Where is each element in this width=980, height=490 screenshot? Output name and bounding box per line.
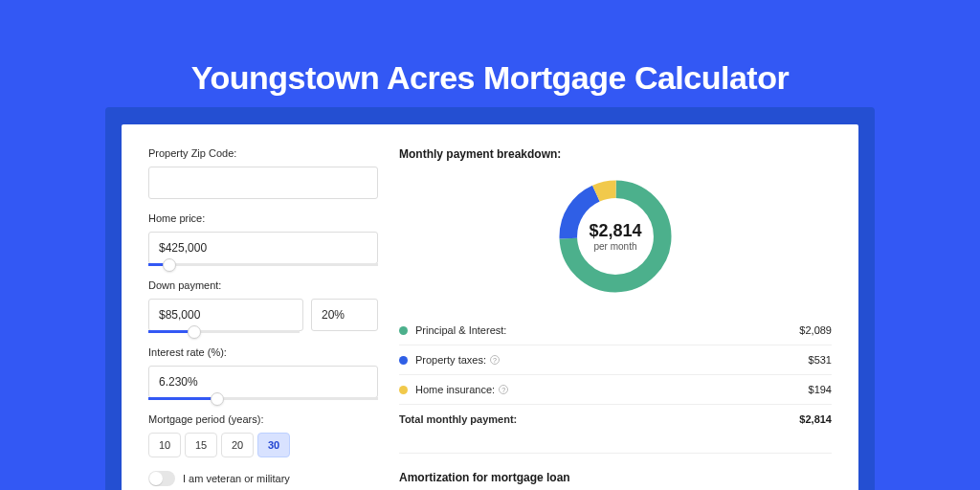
legend-dot: [399, 326, 408, 335]
info-icon[interactable]: ?: [499, 385, 508, 394]
period-btn-15[interactable]: 15: [185, 433, 217, 457]
breakdown-total-label: Total monthly payment:: [399, 413, 799, 425]
breakdown-value: $2,089: [799, 324, 832, 336]
period-field-group: Mortgage period (years): 10 15 20 30: [148, 413, 378, 457]
slider-thumb[interactable]: [188, 325, 201, 339]
breakdown-list: Principal & Interest: $2,089 Property ta…: [399, 316, 832, 434]
breakdown-column: Monthly payment breakdown: $2,814 per mo…: [399, 147, 832, 490]
down-payment-slider[interactable]: [148, 330, 300, 333]
amortization-section: Amortization for mortgage loan Amortizat…: [399, 453, 832, 490]
down-payment-label: Down payment:: [148, 279, 378, 291]
donut-center: $2,814 per month: [589, 221, 641, 252]
info-icon[interactable]: ?: [490, 355, 500, 365]
veteran-label: I am veteran or military: [183, 473, 290, 484]
down-payment-field-group: Down payment:: [148, 279, 378, 333]
amortization-title: Amortization for mortgage loan: [399, 471, 832, 484]
legend-dot: [399, 386, 408, 394]
breakdown-row-taxes: Property taxes: ? $531: [399, 345, 832, 374]
interest-label: Interest rate (%):: [148, 346, 378, 358]
interest-input[interactable]: [148, 366, 378, 398]
donut-sub: per month: [589, 241, 641, 252]
zip-field-group: Property Zip Code:: [148, 147, 378, 199]
breakdown-label: Principal & Interest:: [415, 324, 799, 336]
form-column: Property Zip Code: Home price: Down paym…: [148, 147, 378, 490]
slider-fill: [148, 397, 217, 400]
breakdown-title: Monthly payment breakdown:: [399, 147, 832, 161]
breakdown-value: $531: [809, 354, 832, 366]
slider-thumb[interactable]: [211, 392, 224, 406]
home-price-field-group: Home price:: [148, 212, 378, 266]
period-btn-10[interactable]: 10: [148, 433, 181, 457]
breakdown-value: $194: [809, 384, 832, 395]
period-options: 10 15 20 30: [148, 433, 378, 457]
breakdown-label: Home insurance: ?: [415, 384, 809, 395]
slider-thumb[interactable]: [163, 258, 176, 272]
page-title: Youngstown Acres Mortgage Calculator: [0, 0, 980, 122]
zip-input[interactable]: [148, 167, 378, 199]
toggle-knob: [149, 472, 163, 485]
legend-dot: [399, 356, 408, 365]
donut-amount: $2,814: [589, 221, 641, 241]
period-btn-20[interactable]: 20: [221, 433, 254, 457]
home-price-label: Home price:: [148, 212, 378, 224]
breakdown-row-total: Total monthly payment: $2,814: [399, 404, 832, 434]
home-price-input[interactable]: [148, 232, 378, 264]
interest-slider[interactable]: [148, 397, 378, 400]
veteran-toggle-row: I am veteran or military: [148, 471, 378, 486]
home-price-slider[interactable]: [148, 263, 378, 266]
interest-field-group: Interest rate (%):: [148, 346, 378, 400]
calculator-card: Property Zip Code: Home price: Down paym…: [122, 124, 858, 490]
breakdown-row-principal: Principal & Interest: $2,089: [399, 316, 832, 345]
donut-chart: $2,814 per month: [553, 174, 678, 299]
zip-label: Property Zip Code:: [148, 147, 378, 159]
veteran-toggle[interactable]: [148, 471, 175, 486]
breakdown-label: Property taxes: ?: [415, 354, 809, 366]
down-payment-pct-input[interactable]: [311, 299, 378, 331]
period-label: Mortgage period (years):: [148, 413, 378, 425]
breakdown-total-value: $2,814: [799, 413, 832, 425]
period-btn-30[interactable]: 30: [257, 433, 290, 457]
down-payment-input[interactable]: [148, 299, 303, 331]
donut-chart-wrap: $2,814 per month: [399, 174, 832, 299]
breakdown-row-insurance: Home insurance: ? $194: [399, 374, 832, 404]
